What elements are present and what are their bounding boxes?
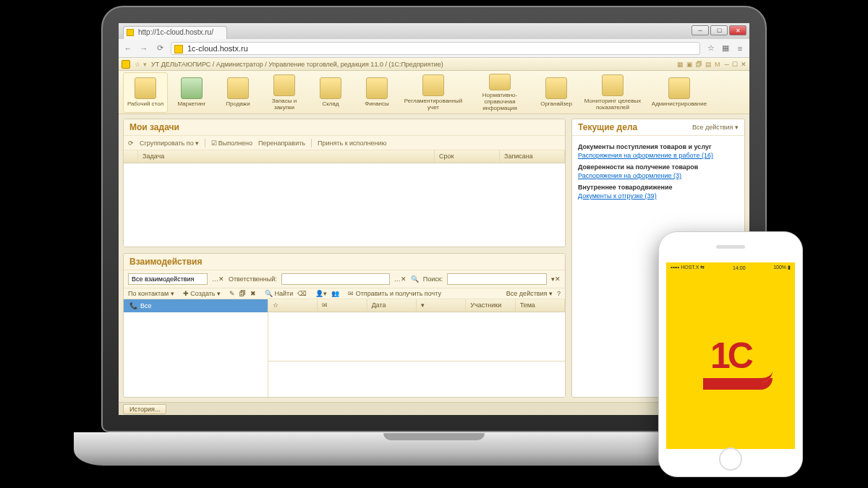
all-actions-label: Все действия [692, 124, 733, 131]
nav-forward-icon[interactable]: → [139, 43, 149, 53]
sales-icon [227, 77, 249, 99]
accept-button[interactable]: Принять к исполнению [318, 140, 386, 147]
app-close-button[interactable]: ✕ [741, 61, 746, 68]
responsible-clear-icon[interactable]: …✕ [394, 275, 407, 283]
help-icon[interactable]: ? [557, 290, 561, 297]
find-clear-icon[interactable]: ⌫ [297, 290, 307, 297]
toolbar-finance-button[interactable]: Финансы [354, 72, 399, 113]
toolbar-label: Нормативно-справочная информация [469, 92, 531, 111]
affairs-section-heading: Внутреннее товародвижение [578, 184, 739, 191]
filter-search-icon[interactable]: 🔍 [411, 275, 419, 283]
titlebar-dropdown-icon[interactable]: ▾ [143, 61, 147, 68]
affairs-link[interactable]: Документы к отгрузке (39) [578, 192, 739, 200]
toolbar-reference-button[interactable]: Нормативно-справочная информация [467, 72, 532, 113]
phone-time: 14:00 [733, 265, 746, 270]
window-minimize-button[interactable]: ─ [692, 25, 709, 35]
copy-icon[interactable]: 🗐 [239, 290, 246, 297]
find-button[interactable]: 🔍 Найти [265, 290, 293, 297]
done-label: Выполнено [218, 140, 252, 147]
address-text: 1c-cloud.hostx.ru [187, 44, 248, 53]
menu-icon[interactable]: ≡ [735, 43, 745, 53]
create-button[interactable]: ✚ Создать ▾ [183, 290, 221, 297]
window-maximize-button[interactable]: ☐ [710, 25, 728, 35]
history-button[interactable]: История... [123, 404, 166, 414]
current-affairs-title: Текущие дела [578, 122, 637, 132]
toolbar-admin-button[interactable]: Администрирование [647, 72, 712, 113]
by-contacts-button[interactable]: По контактам ▾ [128, 290, 174, 297]
phone-carrier: ••••• HOST.X ⇆ [671, 265, 705, 270]
toolbar-marketing-button[interactable]: Маркетинг [169, 72, 214, 113]
search-clear-icon[interactable]: ▾✕ [551, 275, 561, 283]
affairs-link[interactable]: Распоряжения на оформление в работе (16) [578, 152, 739, 159]
toolbar-label: Мониторинг целевых показателей [582, 98, 644, 111]
grid-col-date[interactable]: Дата [367, 299, 417, 312]
tree-item-all[interactable]: 📞 Все [124, 299, 268, 312]
marketing-icon [181, 77, 203, 99]
interactions-grid-body[interactable] [268, 312, 565, 361]
responsible-input[interactable] [281, 273, 390, 285]
titlebar-m-icon[interactable]: M [715, 61, 720, 68]
affairs-link[interactable]: Распоряжения на оформление (3) [578, 172, 739, 179]
grid-col-deadline[interactable]: Срок [435, 150, 500, 163]
contact-icon[interactable]: 👤▾ [315, 290, 327, 297]
filter-all-input[interactable] [128, 273, 208, 285]
refresh-button[interactable]: ⟳ [128, 140, 134, 147]
toolbar-stock-button[interactable]: Запасы и закупки [262, 72, 307, 113]
browser-tab[interactable]: http://1c-cloud.hostx.ru/ [123, 26, 227, 39]
grid-col-task[interactable]: Задача [138, 150, 435, 163]
redirect-button[interactable]: Перенаправить [258, 140, 305, 147]
filter-clear-icon[interactable]: …✕ [212, 275, 224, 283]
phone-battery: 100% ▮ [773, 265, 791, 270]
monitoring-icon [602, 74, 624, 96]
bookmark-icon[interactable]: ☆ [706, 43, 716, 53]
done-button[interactable]: ☑ Выполнено [211, 140, 252, 147]
group-by-button[interactable]: Сгруппировать по ▾ [140, 140, 199, 147]
browser-tabstrip: http://1c-cloud.hostx.ru/ ─ ☐ ✕ [119, 23, 749, 39]
nav-reload-icon[interactable]: ⟳ [155, 43, 165, 53]
toolbar-sales-button[interactable]: Продажи [216, 72, 260, 113]
grid-col-participants[interactable]: Участники [466, 299, 515, 312]
regaccounting-icon [422, 74, 444, 96]
titlebar-tool-icon[interactable]: ▦ [677, 61, 684, 68]
toolbar-label: Маркетинг [178, 100, 206, 107]
grid-col-sort-icon[interactable]: ▾ [417, 299, 466, 312]
send-receive-button[interactable]: ✉ Отправить и получить почту [348, 290, 441, 297]
interactions-toolbar: По контактам ▾ ✚ Создать ▾ ✎ 🗐 ✖ 🔍 Найти… [124, 288, 565, 299]
toolbar-desktop-button[interactable]: Рабочий стол [123, 72, 168, 113]
extension-icon[interactable]: ▦ [720, 43, 731, 53]
grid-col-subject[interactable]: Тема [516, 299, 565, 312]
titlebar-star-icon[interactable]: ☆ [135, 61, 140, 68]
tree-label: Все [140, 302, 152, 309]
toolbar-regaccounting-button[interactable]: Регламентированный учет [401, 72, 466, 113]
edit-icon[interactable]: ✎ [229, 290, 235, 297]
tasks-grid-body[interactable] [124, 163, 565, 247]
grid-col-icon[interactable]: ☆ [268, 299, 318, 312]
grid-col-marker[interactable] [124, 150, 138, 163]
titlebar-tool-icon[interactable]: ▣ [686, 61, 693, 68]
app-statusbar: История... [119, 402, 749, 415]
search-input[interactable] [447, 273, 547, 285]
address-bar[interactable]: 1c-cloud.hostx.ru [171, 42, 700, 55]
all-actions-label: Все действия [506, 290, 548, 297]
toolbar-organizer-button[interactable]: Органайзер [534, 72, 579, 113]
toolbar-label: Финансы [365, 100, 389, 107]
desktop-icon [135, 77, 156, 99]
delete-icon[interactable]: ✖ [250, 290, 256, 297]
nav-back-icon[interactable]: ← [123, 43, 133, 53]
by-contacts-label: По контактам [128, 290, 169, 297]
grid-col-written[interactable]: Записана [500, 150, 565, 163]
toolbar-monitoring-button[interactable]: Мониторинг целевых показателей [580, 72, 645, 113]
toolbar-label: Администрирование [652, 100, 707, 107]
all-actions-button[interactable]: Все действия ▾ [506, 290, 553, 297]
titlebar-calc-icon[interactable]: ▤ [705, 61, 712, 68]
stock-icon [273, 74, 295, 96]
titlebar-tool-icon[interactable]: 🗐 [696, 61, 702, 68]
app-minimize-button[interactable]: ─ [725, 61, 729, 68]
window-close-button[interactable]: ✕ [729, 25, 746, 35]
admin-icon [668, 77, 690, 99]
toolbar-warehouse-button[interactable]: Склад [308, 72, 353, 113]
app-maximize-button[interactable]: ☐ [732, 61, 738, 68]
grid-col-flag[interactable]: ✉ [318, 299, 367, 312]
current-affairs-actions-button[interactable]: Все действия ▾ [692, 124, 739, 131]
group-icon[interactable]: 👥 [331, 290, 339, 297]
